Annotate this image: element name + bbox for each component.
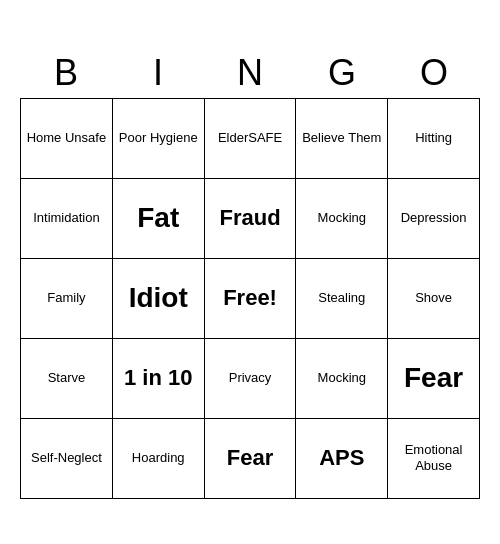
cell-r3-c4: Fear	[388, 338, 480, 418]
cell-r4-c3: APS	[296, 418, 388, 498]
letter-n: N	[204, 52, 296, 94]
cell-r0-c2: ElderSAFE	[204, 98, 296, 178]
cell-r1-c4: Depression	[388, 178, 480, 258]
cell-r4-c2: Fear	[204, 418, 296, 498]
letter-g: G	[296, 52, 388, 94]
cell-r2-c2: Free!	[204, 258, 296, 338]
letter-b: B	[20, 52, 112, 94]
cell-r1-c0: Intimidation	[21, 178, 113, 258]
letter-o: O	[388, 52, 480, 94]
cell-r0-c1: Poor Hygiene	[112, 98, 204, 178]
cell-r3-c1: 1 in 10	[112, 338, 204, 418]
cell-r0-c4: Hitting	[388, 98, 480, 178]
cell-r3-c3: Mocking	[296, 338, 388, 418]
bingo-header: B I N G O	[20, 46, 480, 98]
cell-r0-c0: Home Unsafe	[21, 98, 113, 178]
letter-i: I	[112, 52, 204, 94]
cell-r1-c1: Fat	[112, 178, 204, 258]
cell-r4-c1: Hoarding	[112, 418, 204, 498]
cell-r0-c3: Believe Them	[296, 98, 388, 178]
cell-r3-c2: Privacy	[204, 338, 296, 418]
cell-r2-c0: Family	[21, 258, 113, 338]
cell-r4-c4: Emotional Abuse	[388, 418, 480, 498]
cell-r3-c0: Starve	[21, 338, 113, 418]
cell-r2-c1: Idiot	[112, 258, 204, 338]
bingo-grid: Home UnsafePoor HygieneElderSAFEBelieve …	[20, 98, 480, 499]
cell-r2-c3: Stealing	[296, 258, 388, 338]
cell-r1-c3: Mocking	[296, 178, 388, 258]
cell-r2-c4: Shove	[388, 258, 480, 338]
cell-r4-c0: Self-Neglect	[21, 418, 113, 498]
cell-r1-c2: Fraud	[204, 178, 296, 258]
